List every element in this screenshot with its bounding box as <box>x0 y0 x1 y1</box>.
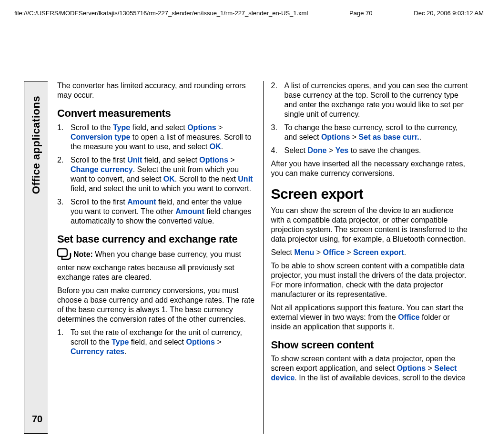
list-item: A list of currencies opens, and you can … <box>271 81 469 119</box>
convert-steps: Scroll to the Type field, and select Opt… <box>57 123 255 226</box>
side-tab-label: Office applications <box>30 96 42 194</box>
side-tab: Office applications 70 <box>24 81 48 434</box>
list-item: Scroll to the first Amount field, and en… <box>57 197 255 226</box>
rate-steps-continued: A list of currencies opens, and you can … <box>271 81 469 155</box>
list-item: Select Done > Yes to save the changes. <box>271 146 469 155</box>
ui-unit: Unit <box>238 175 253 183</box>
content-frame: Office applications 70 The converter has… <box>24 81 474 434</box>
note-label: Note: <box>73 250 95 258</box>
page-indicator: Page 70 <box>349 10 372 17</box>
ui-ok: OK <box>163 175 175 183</box>
ui-office: Office <box>398 313 419 321</box>
intro-text: The converter has limited accuracy, and … <box>57 81 255 100</box>
ui-ok: OK <box>210 143 221 151</box>
list-item: To set the rate of exchange for the unit… <box>57 328 255 356</box>
ui-currency-rates: Currency rates <box>71 347 124 356</box>
ui-options: Options <box>187 123 216 132</box>
ui-screen-export: Screen export <box>353 248 404 256</box>
note-icon <box>57 248 71 263</box>
page-number: 70 <box>32 414 42 425</box>
list-item: Scroll to the Type field, and select Opt… <box>57 123 255 152</box>
file-path: file:///C:/USERS/MODEServer/lkatajis/130… <box>14 10 308 17</box>
right-column: A list of currencies opens, and you can … <box>264 81 475 434</box>
ui-type: Type <box>113 123 130 132</box>
heading-show-screen-content: Show screen content <box>271 338 469 352</box>
ui-options: Options <box>186 338 215 346</box>
ui-yes: Yes <box>335 146 349 154</box>
ui-office: Office <box>323 248 344 256</box>
after-rates-text: After you have inserted all the necessar… <box>271 159 469 178</box>
not-all-apps: Not all applications support this featur… <box>271 303 469 332</box>
ui-set-as-base-curr: Set as base curr. <box>359 133 419 141</box>
ui-change-currency: Change currency <box>71 165 133 173</box>
ui-amount: Amount <box>175 207 204 215</box>
show-screen-text: To show screen content with a data proje… <box>271 354 469 383</box>
heading-base-currency: Set base currency and exchange rate <box>57 233 255 246</box>
ui-conversion-type: Conversion type <box>71 133 130 141</box>
note-block: Note: When you change base currency, you… <box>57 248 255 282</box>
ui-unit: Unit <box>127 156 142 164</box>
ui-options: Options <box>321 133 350 141</box>
screen-select-path: Select Menu > Office > Screen export. <box>271 248 469 257</box>
rate-pre-text: Before you can make currency conversions… <box>57 286 255 324</box>
list-item: To change the base currency, scroll to t… <box>271 123 469 142</box>
ui-done: Done <box>307 146 326 154</box>
ui-amount: Amount <box>127 198 156 206</box>
left-column: The converter has limited accuracy, and … <box>52 81 264 434</box>
ui-options: Options <box>199 156 228 164</box>
heading-screen-export: Screen export <box>271 185 469 203</box>
ui-menu: Menu <box>294 248 314 256</box>
two-column-layout: The converter has limited accuracy, and … <box>52 81 474 434</box>
print-header: file:///C:/USERS/MODEServer/lkatajis/130… <box>14 10 484 17</box>
rate-steps-start: To set the rate of exchange for the unit… <box>57 328 255 356</box>
ui-options: Options <box>397 364 426 372</box>
drivers-text: To be able to show screen content with a… <box>271 261 469 299</box>
ui-type: Type <box>112 338 129 346</box>
heading-convert-measurements: Convert measurements <box>57 107 255 120</box>
list-item: Scroll to the first Unit field, and sele… <box>57 155 255 193</box>
screen-intro: You can show the screen of the device to… <box>271 206 469 244</box>
svg-rect-0 <box>58 249 67 256</box>
print-date: Dec 20, 2006 9:03:12 AM <box>414 10 484 17</box>
